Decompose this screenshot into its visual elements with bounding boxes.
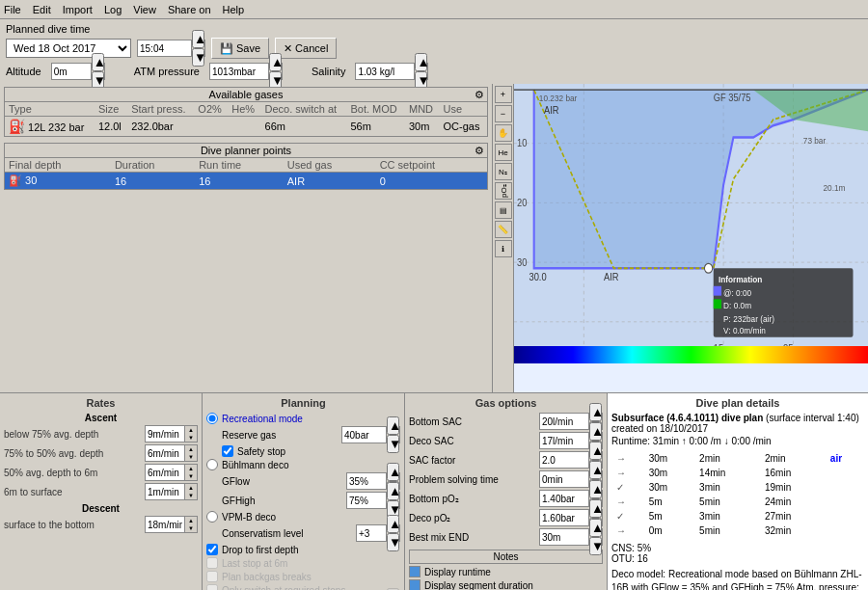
vpmb-radio[interactable] — [206, 511, 218, 523]
problem-up[interactable]: ▲ — [589, 461, 602, 479]
drop-first-check[interactable] — [206, 544, 218, 555]
gfhigh-up[interactable]: ▲ — [387, 482, 399, 500]
gfhigh-input[interactable]: ▲ ▼ — [346, 492, 400, 509]
tb-ruler[interactable]: 📏 — [495, 221, 512, 238]
svg-point-18 — [704, 263, 712, 273]
problem-solving-field[interactable] — [540, 471, 588, 487]
menu-log[interactable]: Log — [104, 4, 122, 15]
altitude-up[interactable]: ▲ — [92, 53, 104, 71]
salinity-field[interactable] — [356, 64, 414, 79]
gflow-field[interactable] — [347, 473, 386, 489]
rate-input-0[interactable] — [146, 426, 184, 442]
best-mix-field[interactable] — [540, 529, 588, 545]
save-button[interactable]: 💾 Save — [211, 38, 269, 59]
planner-row[interactable]: ⛽ 30 16 16 AIR 0 — [5, 173, 487, 190]
sac-factor-up[interactable]: ▲ — [589, 442, 602, 460]
conservatism-field[interactable] — [357, 525, 386, 541]
rate-input-1[interactable] — [146, 445, 184, 461]
reserve-gas-input[interactable]: ▲ ▼ — [341, 426, 400, 443]
atm-up[interactable]: ▲ — [269, 53, 282, 71]
best-mix-up[interactable]: ▲ — [589, 519, 602, 537]
deco-po2-up[interactable]: ▲ — [589, 499, 602, 518]
tb-info[interactable]: ℹ — [495, 240, 512, 257]
rate-input-3[interactable] — [146, 484, 184, 499]
rate-up-0[interactable]: ▲ — [185, 426, 197, 434]
deco-sac-up[interactable]: ▲ — [589, 422, 602, 441]
atm-pressure-input[interactable]: ▲ ▼ — [209, 63, 283, 80]
rate-down-1[interactable]: ▼ — [185, 453, 197, 461]
conservatism-down[interactable]: ▼ — [387, 533, 399, 551]
reserve-gas-down[interactable]: ▼ — [387, 435, 399, 453]
gfhigh-field[interactable] — [347, 493, 386, 508]
rate-spin-1[interactable]: ▲ ▼ — [145, 444, 198, 462]
sac-factor-field[interactable] — [540, 452, 588, 468]
only-switch-check[interactable] — [206, 584, 218, 590]
gases-gear-icon[interactable]: ⚙ — [475, 89, 484, 101]
gas-options-col: Gas options Bottom SAC ▲ ▼ Deco SAC ▲ ▼ — [405, 393, 608, 590]
buhlmann-radio[interactable] — [206, 459, 218, 470]
deco-sac-field[interactable] — [540, 433, 588, 448]
conservatism-up[interactable]: ▲ — [387, 515, 399, 533]
descent-up-0[interactable]: ▲ — [185, 517, 197, 524]
descent-input-0[interactable] — [146, 517, 184, 532]
menu-import[interactable]: Import — [63, 4, 93, 15]
bottom-sac-up[interactable]: ▲ — [589, 403, 602, 421]
descent-down-0[interactable]: ▼ — [185, 524, 197, 532]
altitude-input[interactable]: ▲ ▼ — [51, 63, 105, 80]
rate-up-2[interactable]: ▲ — [185, 465, 197, 472]
salinity-up[interactable]: ▲ — [415, 53, 427, 71]
date-select[interactable]: Wed 18 Oct 2017 — [6, 39, 131, 58]
tb-hand[interactable]: ✋ — [495, 124, 512, 142]
reserve-gas-field[interactable] — [342, 427, 386, 442]
rate-row-2: 50% avg. depth to 6m ▲ ▼ — [4, 464, 198, 481]
rate-down-0[interactable]: ▼ — [185, 434, 197, 442]
menu-edit[interactable]: Edit — [33, 4, 51, 15]
tb-pO2[interactable]: pO₂ — [495, 182, 512, 200]
salinity-input[interactable]: ▲ ▼ — [355, 63, 428, 80]
best-mix-input[interactable]: ▲ ▼ — [539, 528, 603, 546]
gas-row[interactable]: ⛽ 12L 232 bar 12.0l 232.0bar 66m 56m 30m… — [5, 117, 487, 137]
tb-alt[interactable]: ▤ — [495, 201, 512, 219]
time-field[interactable] — [138, 40, 191, 56]
rate-spin-2[interactable]: ▲ ▼ — [145, 464, 198, 481]
safety-stop-check[interactable] — [222, 445, 233, 457]
tb-zoom-minus[interactable]: − — [495, 105, 512, 122]
tb-he[interactable]: He — [495, 144, 512, 161]
rate-input-2[interactable] — [146, 465, 184, 480]
rate-down-3[interactable]: ▼ — [185, 492, 197, 499]
deco-po2-field[interactable] — [540, 510, 588, 525]
rate-spin-3[interactable]: ▲ ▼ — [145, 483, 198, 500]
menu-share[interactable]: Share on — [168, 4, 211, 15]
conservatism-input[interactable]: ▲ ▼ — [356, 524, 400, 542]
gflow-up[interactable]: ▲ — [387, 463, 399, 481]
planner-gear-icon[interactable]: ⚙ — [475, 145, 484, 157]
reserve-gas-up[interactable]: ▲ — [387, 416, 399, 435]
time-down[interactable]: ▼ — [192, 48, 204, 67]
plan-backgas-label: Plan backgas breaks — [222, 572, 312, 582]
bottom-po2-up[interactable]: ▲ — [589, 480, 602, 498]
time-up[interactable]: ▲ — [192, 30, 204, 48]
display-runtime-check[interactable] — [409, 566, 420, 577]
bottom-sac-field[interactable] — [540, 414, 588, 429]
menu-file[interactable]: File — [4, 4, 21, 15]
rate-up-3[interactable]: ▲ — [185, 484, 197, 492]
last-stop-check[interactable] — [206, 557, 218, 569]
tb-n2[interactable]: N₂ — [495, 163, 512, 180]
bottom-po2-field[interactable] — [540, 491, 588, 506]
rate-down-2[interactable]: ▼ — [185, 472, 197, 480]
menu-view[interactable]: View — [133, 4, 156, 15]
atm-pressure-field[interactable] — [210, 64, 268, 79]
cancel-button[interactable]: ✕ Cancel — [275, 38, 337, 59]
tb-zoom-plus[interactable]: + — [495, 86, 512, 103]
pcol-depth: Final depth — [5, 158, 111, 173]
altitude-field[interactable] — [52, 64, 91, 79]
rate-up-1[interactable]: ▲ — [185, 445, 197, 453]
rate-spin-0[interactable]: ▲ ▼ — [145, 425, 198, 442]
display-segment-check[interactable] — [409, 579, 420, 590]
plan-backgas-check[interactable] — [206, 571, 218, 582]
time-input[interactable]: ▲ ▼ — [137, 40, 205, 57]
menu-help[interactable]: Help — [223, 4, 245, 15]
best-mix-down[interactable]: ▼ — [589, 537, 602, 555]
recreational-radio[interactable] — [206, 413, 218, 424]
descent-spin-0[interactable]: ▲ ▼ — [145, 516, 198, 533]
